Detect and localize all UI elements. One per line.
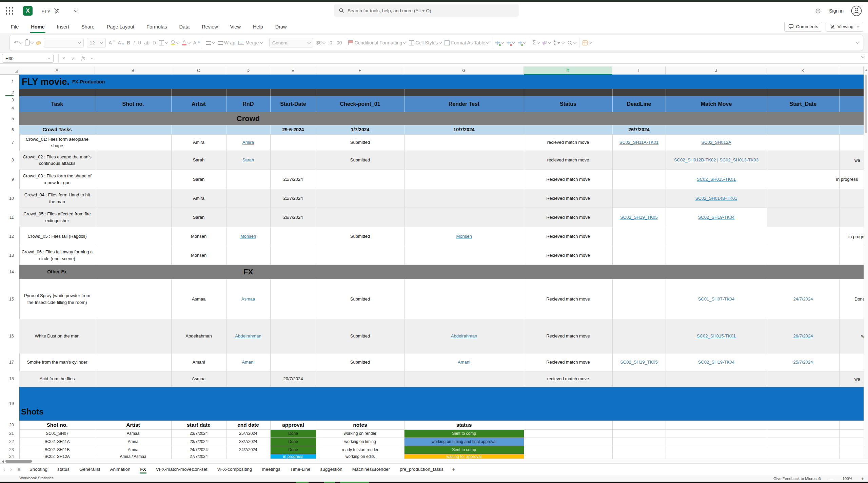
column-header-J[interactable]: J: [666, 66, 767, 75]
cell[interactable]: 1/7/2024: [316, 125, 404, 134]
cell[interactable]: 21/7/2024: [270, 189, 316, 208]
confirm-entry-button[interactable]: ✓: [71, 56, 75, 61]
cancel-entry-button[interactable]: ×: [62, 55, 65, 61]
cell[interactable]: Done: [270, 446, 316, 454]
font-settings-button[interactable]: Aa: [193, 40, 200, 45]
cell[interactable]: Done: [270, 429, 316, 438]
cell[interactable]: recieved match move: [524, 371, 612, 387]
cell[interactable]: Submitted: [316, 353, 404, 371]
cell-link[interactable]: Sarah: [226, 151, 270, 170]
find-button[interactable]: [567, 40, 576, 45]
cell[interactable]: SC02_SH11B: [19, 446, 95, 454]
sort-filter-button[interactable]: AZ: [554, 40, 564, 45]
double-underline-button[interactable]: D: [153, 40, 156, 45]
menu-tab-file[interactable]: File: [10, 23, 19, 31]
cell[interactable]: Recieved match move: [524, 246, 612, 265]
cell[interactable]: 23/7/2024: [171, 438, 226, 446]
column-header-C[interactable]: C: [171, 66, 226, 75]
cell[interactable]: Recieved match move: [524, 279, 612, 319]
cell[interactable]: Asmaa: [95, 429, 171, 438]
sheet-tab-machines&render[interactable]: Machines&Render: [352, 464, 390, 475]
menu-tab-insert[interactable]: Insert: [56, 23, 70, 31]
table-header-D[interactable]: RnD: [226, 96, 270, 112]
search-input[interactable]: Search for tools, help, and more (Alt + …: [334, 4, 519, 17]
shots-header-b[interactable]: Artist: [95, 421, 171, 429]
cell[interactable]: Sarah: [171, 151, 226, 170]
cell[interactable]: Amira: [95, 438, 171, 446]
cell[interactable]: 26/7/2024: [612, 125, 666, 134]
row-header-10[interactable]: 10: [0, 189, 19, 208]
shots-header-a[interactable]: Shot no.: [19, 421, 95, 429]
row-header-4[interactable]: 4: [0, 104, 19, 112]
app-launcher-waffle-icon[interactable]: [5, 6, 14, 17]
cell[interactable]: White Dust on the man: [19, 319, 95, 353]
cell[interactable]: Crowd_06 : Flies fall away forming a cir…: [19, 246, 95, 265]
cell-link[interactable]: SC02_SH015-TK01: [666, 170, 767, 189]
zoom-in-button[interactable]: +: [861, 476, 864, 481]
row-header-9[interactable]: 9: [0, 170, 19, 189]
cell[interactable]: Crowd_02 : Flies escape the man's contin…: [19, 151, 95, 170]
cell-link[interactable]: SC02_SH19_TK05: [612, 208, 666, 227]
cell[interactable]: ready to start render: [316, 446, 404, 454]
workbook-statistics-button[interactable]: Workbook Statistics: [19, 476, 54, 480]
cell-link[interactable]: Abdelrahman: [226, 319, 270, 353]
expand-formula-bar-icon[interactable]: [861, 55, 865, 58]
shots-header-d[interactable]: end date: [226, 421, 270, 429]
column-header-D[interactable]: D: [226, 66, 270, 75]
shots-header-f[interactable]: notes: [316, 421, 404, 429]
sheet-tab-fx[interactable]: FX: [140, 464, 146, 475]
cell[interactable]: Smoke from the man's cylinder: [19, 353, 95, 371]
borders-button[interactable]: [159, 40, 168, 45]
cell-link[interactable]: Amani: [404, 353, 524, 371]
cell-link[interactable]: SC02_SH19-TK04: [666, 353, 767, 371]
cell-link[interactable]: SC02_SH11A-TK01: [612, 134, 666, 151]
font-color-button[interactable]: A: [182, 40, 190, 45]
shots-header-g[interactable]: status: [404, 421, 524, 429]
menu-tab-share[interactable]: Share: [81, 23, 95, 31]
row-header-7[interactable]: 7: [0, 134, 19, 151]
cell[interactable]: Submitted: [316, 319, 404, 353]
cell[interactable]: Recieved match move: [524, 227, 612, 246]
sheet-tab-status[interactable]: status: [57, 464, 70, 475]
row-header-12[interactable]: 12: [0, 227, 19, 246]
font-size-select[interactable]: 12: [87, 38, 106, 47]
strikethrough-button[interactable]: ab: [144, 40, 150, 45]
delete-cells-button[interactable]: [507, 41, 515, 45]
cell-link[interactable]: SC01_SH07-TK04: [666, 279, 767, 319]
row-header-14[interactable]: 14: [0, 265, 19, 279]
analyze-data-button[interactable]: [583, 40, 591, 45]
cell-link[interactable]: Asmaa: [226, 279, 270, 319]
row-header-6[interactable]: 6: [0, 125, 19, 134]
grow-font-button[interactable]: A^: [109, 40, 115, 45]
cell[interactable]: working on render: [316, 429, 404, 438]
excel-app-icon[interactable]: X: [23, 6, 33, 16]
cell[interactable]: working on timing and final approval: [404, 438, 524, 446]
zoom-level[interactable]: 100%: [842, 477, 852, 481]
row-header-11[interactable]: 11: [0, 208, 19, 227]
format-painter-button[interactable]: [36, 41, 41, 44]
cell[interactable]: Sarah: [171, 208, 226, 227]
cell[interactable]: Done: [270, 438, 316, 446]
settings-gear-icon[interactable]: [814, 7, 822, 15]
cell-link[interactable]: 25/7/2024: [767, 353, 839, 371]
avatar[interactable]: [851, 5, 862, 16]
cell[interactable]: Submitted: [316, 279, 404, 319]
table-header-G[interactable]: Render Test: [404, 96, 524, 112]
cell[interactable]: recieved match move: [524, 151, 612, 170]
menu-tab-data[interactable]: Data: [179, 23, 191, 31]
cell[interactable]: Mohsen: [171, 246, 226, 265]
cell[interactable]: Crowd_04 : Flies form Hand to hit the ma…: [19, 189, 95, 208]
select-all-corner[interactable]: [0, 66, 19, 75]
cell[interactable]: Amani: [171, 353, 226, 371]
cell[interactable]: 23/7/2024: [226, 438, 270, 446]
cell[interactable]: Submitted: [316, 134, 404, 151]
cell[interactable]: Acid from the flies: [19, 371, 95, 387]
row-header-3[interactable]: 3: [0, 96, 19, 104]
column-header-A[interactable]: A: [19, 66, 95, 75]
cell-clipped[interactable]: wa: [854, 151, 864, 170]
row-header-16[interactable]: 16: [0, 319, 19, 353]
sheet-tab-time-line[interactable]: Time-Line: [290, 464, 311, 475]
new-sheet-button[interactable]: +: [452, 466, 455, 473]
sheet-tab-meetings[interactable]: meetings: [261, 464, 281, 475]
menu-tab-view[interactable]: View: [230, 23, 241, 31]
